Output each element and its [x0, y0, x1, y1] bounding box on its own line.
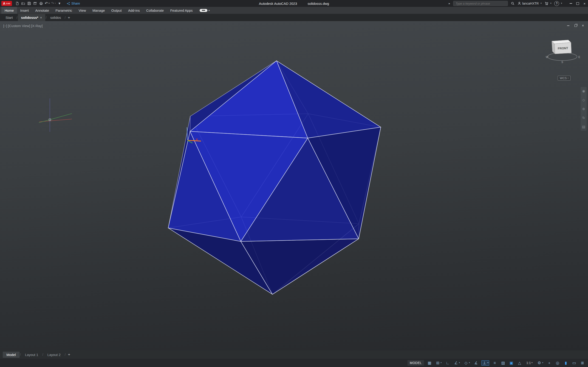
status-snap-mode[interactable]: ⊞	[435, 361, 442, 365]
viewport-visual-style-control[interactable]: [X-Ray]	[31, 24, 43, 28]
share-button[interactable]: Share	[65, 1, 81, 6]
close-button[interactable]: ×	[581, 0, 588, 7]
icosahedron-face[interactable]	[241, 239, 359, 294]
viewport-menu-control[interactable]: [−]	[3, 24, 7, 28]
doc-tab-close-icon[interactable]: ×	[40, 16, 42, 19]
model-space-toggle[interactable]: MODEL	[407, 360, 424, 366]
status-polar-tracking[interactable]: ∠	[453, 361, 461, 365]
save-as-button[interactable]	[32, 0, 38, 7]
viewcube-west-label[interactable]: W	[546, 56, 548, 59]
status-annotation-visibility[interactable]: △	[517, 361, 522, 365]
ribbon-tab-featured-apps[interactable]: Featured Apps	[167, 7, 196, 14]
doc-tab-label: solidos	[50, 16, 61, 19]
viewcube-front-label[interactable]: FRONT	[558, 46, 568, 50]
drawing-close-button[interactable]: ×	[581, 23, 585, 28]
ribbon-tab-view[interactable]: View	[75, 7, 89, 14]
save-drawing-button[interactable]	[26, 0, 32, 7]
status-workspace-switching[interactable]: ⚙	[536, 361, 544, 365]
layout-tab-layout-1[interactable]: Layout 1	[21, 352, 42, 358]
navbar-navigation-wheel[interactable]: ◉	[582, 89, 585, 93]
tab-separator: /	[45, 14, 47, 21]
close-icon: ×	[584, 2, 586, 6]
status-ortho-mode[interactable]: ∟	[445, 361, 451, 365]
search-expand-icon[interactable]: ▸	[449, 2, 450, 5]
doc-tab-solidos[interactable]: solidos	[47, 14, 64, 21]
redo-button[interactable]: ↷	[50, 0, 57, 7]
status-selection-cycling[interactable]: ▣	[508, 361, 514, 365]
new-drawing-tab-button[interactable]: +	[66, 14, 72, 21]
tab-separator: /	[16, 14, 18, 21]
open-drawing-icon	[21, 2, 25, 5]
doc-tab-solidosss[interactable]: solidosss*×	[18, 14, 45, 21]
layout-tab-layout-2[interactable]: Layout 2	[44, 352, 64, 358]
annotation-scale-button[interactable]: 1:1	[525, 361, 534, 365]
status-customization-add[interactable]: +	[546, 361, 552, 365]
navigation-bar[interactable]: ◉◇⊕↻▤	[581, 87, 587, 131]
search-box[interactable]	[453, 1, 508, 6]
undo-icon: ↶	[45, 2, 48, 5]
ribbon-tab-insert[interactable]: Insert	[17, 7, 32, 14]
search-input[interactable]	[455, 2, 506, 6]
status-object-snap[interactable]: ⊥	[481, 360, 489, 366]
new-drawing-button[interactable]	[14, 0, 20, 7]
viewport-view-control[interactable]: [Custom View]	[8, 24, 30, 28]
status-object-snap-tracking[interactable]: ∡	[473, 361, 479, 365]
customize-qat-button[interactable]: ▾	[57, 0, 62, 7]
new-layout-button[interactable]: +	[66, 352, 72, 357]
display-grid-icon: ▦	[427, 361, 432, 365]
new-drawing-icon	[15, 2, 19, 5]
status-lineweight[interactable]: ≡	[492, 361, 498, 365]
autocad-app-menu-button[interactable]: A CAD	[1, 1, 12, 6]
status-isometric-drafting[interactable]: ◇	[463, 361, 471, 365]
maximize-button[interactable]	[574, 0, 581, 7]
help-icon: ?	[554, 1, 559, 6]
search-button[interactable]	[511, 2, 515, 5]
app-store-cart-button[interactable]	[545, 2, 552, 5]
user-account-button[interactable]: lancaHXTR	[518, 2, 542, 5]
ribbon-tab-add-ins[interactable]: Add-ins	[125, 7, 143, 14]
viewcube[interactable]: FRONT W S E	[542, 38, 586, 68]
ribbon-tab-manage[interactable]: Manage	[89, 7, 108, 14]
status-clean-screen[interactable]: ▭	[571, 361, 577, 365]
ribbon-tab-bar: HomeInsertAnnotateParametricViewManageOu…	[0, 7, 588, 14]
navbar-orbit[interactable]: ↻	[582, 116, 585, 119]
drawing-area[interactable]	[0, 21, 588, 350]
help-button[interactable]: ?	[554, 1, 562, 6]
plot-button[interactable]	[38, 0, 44, 7]
status-isolate-objects[interactable]: ◎	[555, 361, 561, 365]
navbar-pan[interactable]: ◇	[582, 98, 585, 102]
ribbon-tab-home[interactable]: Home	[1, 7, 17, 14]
undo-button[interactable]: ↶	[44, 0, 50, 7]
viewcube-south-label[interactable]: S	[561, 60, 563, 64]
status-transparency[interactable]: ▨	[500, 361, 506, 365]
status-graphics-performance[interactable]: ▮	[563, 361, 569, 365]
viewcube-compass-ring[interactable]	[548, 53, 577, 60]
status-display-grid[interactable]: ▦	[426, 361, 432, 365]
workspace-switching-icon: ⚙	[537, 361, 541, 365]
navbar-show-motion[interactable]: ▤	[582, 125, 585, 128]
minimize-button[interactable]	[567, 0, 574, 7]
icosahedron-solid[interactable]	[168, 61, 380, 294]
ribbon-display-control[interactable]: ▾	[199, 7, 210, 14]
viewcube-east-label[interactable]: E	[578, 56, 580, 59]
wcs-label: WCS	[560, 76, 567, 80]
document-title: solidosss.dwg	[308, 2, 329, 6]
drawing-restore-button[interactable]	[573, 23, 578, 28]
ucs-icon[interactable]	[178, 124, 203, 146]
open-drawing-button[interactable]	[20, 0, 26, 7]
redo-icon: ↷	[51, 2, 54, 5]
navbar-zoom[interactable]: ⊕	[582, 107, 585, 110]
drawing-minimize-button[interactable]	[566, 23, 571, 28]
doc-tab-start[interactable]: Start	[2, 14, 16, 21]
doc-tab-label: Start	[6, 16, 13, 19]
ribbon-tab-parametric[interactable]: Parametric	[52, 7, 76, 14]
ucs-wcs-dropdown[interactable]: WCS	[558, 76, 571, 81]
ribbon-tab-output[interactable]: Output	[108, 7, 125, 14]
status-customization-menu[interactable]: ≣	[579, 361, 585, 365]
ribbon-tab-collaborate[interactable]: Collaborate	[143, 7, 167, 14]
layout-tab-model[interactable]: Model	[3, 352, 19, 358]
annotation-visibility-icon: △	[517, 361, 522, 365]
ribbon-tab-annotate[interactable]: Annotate	[32, 7, 52, 14]
viewport-controls-label: [−] [Custom View] [X-Ray]	[3, 24, 43, 28]
model-space-viewport[interactable]: [−] [Custom View] [X-Ray] ×	[0, 21, 588, 350]
